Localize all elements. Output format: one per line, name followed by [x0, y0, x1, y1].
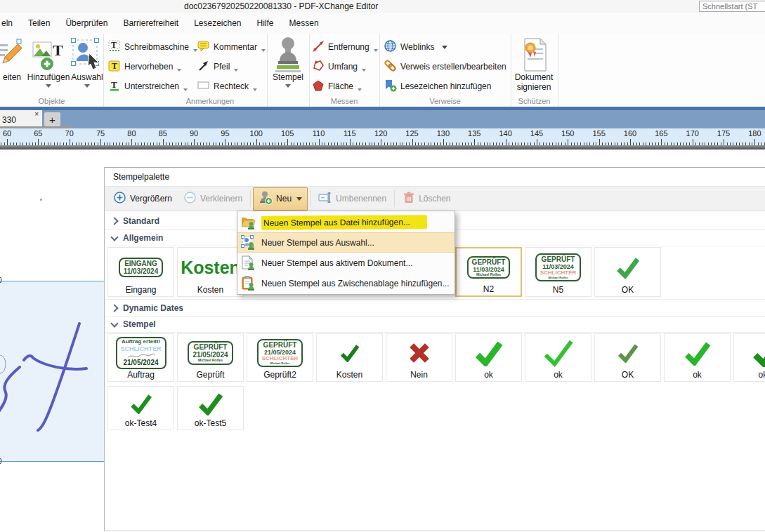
stamp-tile-Kosten[interactable]: KostenKosten — [177, 247, 244, 297]
kommentar-button[interactable]: Kommentar — [197, 39, 266, 55]
horizontal-ruler: 6065707580859095100105110115120125130135… — [0, 128, 765, 145]
ruler-tick — [319, 139, 320, 145]
window-title: doc02367920250220081330 - PDF-XChange Ed… — [184, 1, 378, 11]
checkmark-graphic — [542, 338, 575, 368]
typewriter-icon: T — [108, 40, 121, 55]
rechteck-button[interactable]: Rechteck — [197, 78, 257, 95]
new-stamp-icon — [259, 191, 273, 207]
flaeche-button[interactable]: Fläche — [312, 78, 362, 95]
verkleinern-button[interactable]: Verkleinern — [178, 187, 248, 210]
stamp-tile-OK[interactable]: OK — [594, 247, 661, 297]
context-menu-item-1[interactable]: Neuer Stempel aus Auswahl... — [237, 232, 455, 253]
context-menu-item-label: Neuer Stempel aus aktivem Dokument... — [261, 258, 412, 268]
bearbeiten-button[interactable]: eiten — [0, 36, 24, 98]
context-menu-item-0[interactable]: Neuen Stempel aus Datei hinzufügen... — [237, 212, 455, 232]
verweis-button[interactable]: Verweis erstellen/bearbeiten — [384, 58, 506, 75]
weblinks-button[interactable]: Weblinks — [384, 39, 447, 55]
stamp-text-line: GEPRÜFT — [542, 255, 575, 263]
menu-item-1[interactable]: Teilen — [20, 18, 58, 28]
stamp-tile-Auftrag[interactable]: Auftrag erteilt!SCHLICHTER21/05/2024Auft… — [107, 333, 174, 382]
lesezeichen-button[interactable]: Lesezeichen hinzufügen — [384, 78, 491, 95]
stempel-button[interactable]: Stempel — [270, 36, 306, 88]
checkmark-graphic — [617, 343, 639, 363]
menu-item-4[interactable]: Lesezeichen — [186, 18, 249, 28]
chevron-right-icon — [110, 304, 118, 312]
lesezeichen-label: Lesezeichen hinzufügen — [400, 81, 491, 91]
ruler-tick — [381, 139, 381, 145]
neu-button[interactable]: Neu — [253, 187, 308, 211]
context-menu-item-2[interactable]: Neuer Stempel aus aktivem Dokument... — [237, 253, 455, 273]
stamp-tile-label: Kosten — [197, 285, 223, 295]
hervorheben-button[interactable]: T Hervorheben — [108, 58, 181, 75]
stamp-tile-ok-Test5[interactable]: ok-Test5 — [177, 386, 244, 430]
stamp-tile-label: ok — [554, 370, 563, 380]
tab-close-icon[interactable]: × — [34, 110, 39, 118]
stamp-tile-Kosten[interactable]: Kosten — [316, 333, 383, 382]
dokument-signieren-button[interactable]: Dokument signieren — [512, 36, 556, 93]
checkmark-graphic — [752, 340, 765, 367]
distance-icon — [312, 40, 325, 55]
ruler-tick — [7, 139, 8, 145]
section-header-dynamic-dates[interactable]: Dynamic Dates — [105, 300, 765, 317]
ruler-tick — [754, 139, 755, 145]
menu-item-3[interactable]: Barrierefreiheit — [115, 18, 186, 28]
stamp-tile-ok-Test4[interactable]: ok-Test4 — [107, 386, 174, 430]
stamp-tile-ok[interactable]: ok — [664, 333, 731, 382]
context-menu-item-label: Neuen Stempel aus Zwischenablage hinzufü… — [261, 279, 450, 288]
chevron-down-icon — [362, 69, 366, 72]
ruler-number: 125 — [405, 129, 418, 138]
umfang-button[interactable]: Umfang — [312, 58, 366, 75]
vergroessern-button[interactable]: Vergrößern — [107, 187, 178, 210]
ruler-number: 70 — [65, 129, 74, 138]
umbenennen-button[interactable]: Umbenennen — [313, 188, 392, 210]
cross-graphic — [408, 342, 431, 364]
stamp-tile-ok[interactable]: ok — [525, 333, 591, 382]
ribbon-group-messen: Entfernung Umfang Fläche Messen — [309, 34, 380, 107]
chevron-down-icon — [183, 88, 188, 91]
menu-item-2[interactable]: Überprüfen — [58, 18, 115, 28]
chevron-down-icon — [46, 84, 51, 88]
chevron-down-icon — [110, 233, 118, 241]
document-tab[interactable]: 330 × — [0, 110, 42, 126]
menu-item-0[interactable]: eln — [0, 18, 20, 28]
stamp-tile-label: N2 — [483, 284, 494, 294]
stamp-tile-Geprüft2[interactable]: GEPRÜFT21/05/2024SCHLICHTERMichael Rolfe… — [247, 333, 313, 382]
menu-item-6[interactable]: Messen — [282, 18, 327, 28]
quick-launch-input[interactable] — [699, 1, 765, 12]
stamp-box-graphic: GEPRÜFT11/03/2024Michael Rolfes — [467, 256, 511, 279]
ruler-number: 135 — [468, 129, 480, 138]
stamp-preview: GEPRÜFT11/03/2024Michael Rolfes — [467, 251, 511, 284]
chevron-down-icon — [234, 69, 238, 72]
auswahl-label: Auswahl — [71, 73, 103, 83]
unterstreichen-button[interactable]: T Unterstreichen — [108, 78, 188, 95]
checkmark-graphic — [198, 392, 223, 415]
loeschen-button[interactable]: Löschen — [397, 187, 456, 210]
clipboard-add-stamp-icon — [241, 277, 256, 291]
section-header-stempel[interactable]: Stempel — [105, 317, 765, 333]
stamp-tile-N5[interactable]: GEPRÜFT11/03/2024SCHLICHTERMichael Rolfe… — [525, 247, 591, 297]
ruler-tick — [443, 139, 444, 145]
new-tab-button[interactable]: + — [44, 112, 60, 126]
schreibmaschine-button[interactable]: T Schreibmaschine — [108, 39, 197, 55]
ruler-number: 175 — [717, 129, 730, 138]
stamp-tile-Geprüft[interactable]: GEPRÜFT21/05/2024Michael RolfesGeprüft — [177, 333, 244, 382]
auswahl-button[interactable]: Auswahl — [72, 36, 103, 88]
stamp-tile-Nein[interactable]: Nein — [386, 333, 452, 382]
ruler-number: 85 — [159, 129, 167, 138]
signature-field-highlight[interactable]: 0 0 — [0, 281, 104, 462]
context-menu-item-3[interactable]: Neuen Stempel aus Zwischenablage hinzufü… — [237, 273, 455, 293]
stamp-tile-label: Auftrag — [127, 370, 155, 380]
entfernung-button[interactable]: Entfernung — [312, 39, 378, 55]
flaeche-label: Fläche — [328, 81, 353, 91]
stamp-tile-OK[interactable]: OK — [594, 333, 661, 382]
ruler-tick — [256, 139, 257, 145]
stamp-tile-ok-T[interactable]: ok-T — [733, 333, 765, 382]
stamp-box-graphic: EINGANG11/03/2024 — [119, 258, 164, 277]
stamp-tile-ok[interactable]: ok — [455, 333, 522, 382]
stamp-tile-label: Geprüft — [196, 370, 224, 380]
stamp-tile-N2[interactable]: GEPRÜFT11/03/2024Michael RolfesN2 — [455, 247, 522, 297]
menu-item-5[interactable]: Hilfe — [249, 18, 282, 28]
pfeil-button[interactable]: Pfeil — [197, 58, 238, 75]
stamp-tile-Eingang[interactable]: EINGANG11/03/2024Eingang — [107, 247, 174, 297]
hinzufuegen-button[interactable]: T Hinzufügen — [25, 36, 72, 88]
